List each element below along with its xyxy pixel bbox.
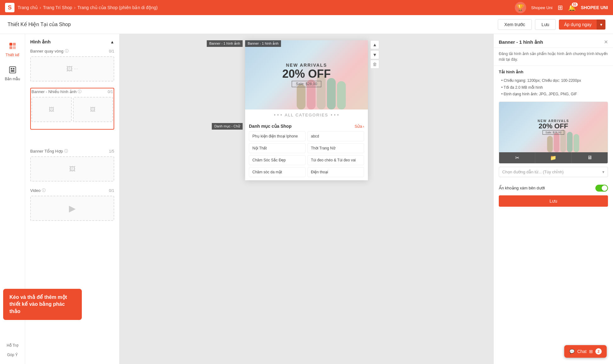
canvas-container: Banner - 1 hình ảnh NEW ARRIVALS 20% OFF… — [245, 40, 368, 180]
capsule-5 — [337, 81, 346, 109]
save-button[interactable]: Lưu — [535, 19, 556, 30]
rp-toggle-row: Ẩn khoảng xám bên dưới — [494, 182, 613, 195]
cat-grid: Phụ kiện điện thoại Iphone abcd Nội Thất… — [249, 131, 364, 177]
rp-toggle-label: Ẩn khoảng xám bên dưới — [499, 186, 545, 190]
shopee-logo[interactable]: S — [5, 3, 14, 12]
info-icon-2[interactable]: ⓘ — [78, 89, 82, 94]
panel-collapse-icon[interactable]: ▲ — [110, 40, 114, 44]
banner-nhieu-label: Banner - Nhiều hình ảnh ⓘ — [31, 89, 82, 94]
video-placeholder: ▶ — [30, 196, 114, 221]
canvas-scroll: Banner - 1 hình ảnh NEW ARRIVALS 20% OFF… — [120, 40, 493, 358]
rip-tool-cut[interactable]: ✂ — [499, 152, 535, 163]
delete-button[interactable]: 🗑 — [370, 60, 379, 69]
section-left-labels: Banner - 1 hình ảnh Danh mục - Chữ — [207, 40, 243, 130]
breadcrumb-home[interactable]: Trang chủ — [18, 5, 38, 10]
banner-1-image: NEW ARRIVALS 20% OFF Sale: $28,00 — [245, 40, 368, 109]
rp-title: Banner - 1 hình ảnh — [499, 39, 543, 45]
section-label-banner: Banner - 1 hình ảnh — [207, 40, 243, 47]
svg-rect-6 — [13, 68, 14, 70]
logo-s-letter: S — [8, 4, 12, 11]
rp-url-select[interactable]: Chọn đường dẫn từ... (Tùy chỉnh) ▾ — [499, 167, 608, 177]
apply-split-button: Áp dụng ngay ▾ — [559, 20, 605, 30]
sidebar-item-label-thiet-ke: Thiết kế — [6, 53, 19, 57]
sidebar-bottom: Hỗ Trợ Góp Ý — [5, 341, 20, 359]
banner-half-1: 🖼 — [31, 97, 72, 122]
info-icon-3[interactable]: ⓘ — [64, 148, 68, 154]
rip-tool-upload[interactable]: 📁 — [535, 152, 571, 163]
svg-rect-5 — [11, 68, 12, 70]
rp-upload-section: Tải hình ảnh Chiều ngang: 1200px; Chiều … — [494, 65, 613, 102]
svg-rect-3 — [13, 46, 16, 49]
chat-button[interactable]: 💬 Chat ⊞ 2 — [564, 345, 607, 358]
bell-badge: 55 — [571, 2, 578, 7]
preview-button[interactable]: Xem trước — [498, 19, 532, 30]
bell-icon[interactable]: 🔔 55 — [568, 4, 576, 11]
rp-header: Banner - 1 hình ảnh ✕ — [494, 34, 613, 48]
banner-tong-hop-label: Banner Tổng Hợp ⓘ — [30, 148, 68, 154]
placeholder-icon-half-2: 🖼 — [90, 106, 96, 113]
move-up-button[interactable]: ▲ — [370, 40, 379, 49]
banner-1-container[interactable]: Banner - 1 hình ảnh NEW ARRIVALS 20% OFF… — [245, 40, 368, 109]
breadcrumb: Trang chủ › Trang Trí Shop › Trang chủ c… — [18, 5, 515, 10]
canvas-section-tags: ▲ ▼ 🗑 — [370, 40, 379, 69]
shopee-uni-label: Shopee Uni — [531, 5, 553, 10]
drag-tooltip-text: Kéo và thả để thêm một thiết kế vào bảng… — [25, 294, 67, 314]
svg-rect-4 — [9, 67, 16, 73]
banner-new-arrivals: NEW ARRIVALS — [282, 63, 331, 68]
nav-right: 🏆 Shopee Uni ⊞ 🔔 55 SHOPEE UNI — [515, 2, 608, 13]
svg-rect-0 — [9, 43, 12, 46]
panel-section-banner-quay-vong: Banner quay vòng ⓘ 0/1 🖼 ··· — [30, 48, 114, 81]
panel-card-banner-nhieu[interactable]: Banner - Nhiều hình ảnh ⓘ 0/1 🖼 🖼 — [30, 88, 114, 130]
banner-quay-vong-count: 0/1 — [109, 49, 114, 53]
rp-specs-list: Chiều ngang: 1200px; Chiều dọc: 100-2200… — [499, 77, 608, 98]
banner-nhieu-count: 0/1 — [108, 90, 113, 94]
sidebar-gop-y[interactable]: Góp Ý — [5, 351, 20, 359]
shop-categories: Danh mục của Shop Sửa › Phụ kiện điện th… — [245, 120, 368, 180]
banner-quay-vong-placeholder: 🖼 ··· — [30, 56, 114, 81]
cat-cell-3-col1: Chăm sóc da mặt — [249, 167, 306, 177]
sidebar-item-label-ban-mau: Bản mẫu — [5, 77, 20, 81]
sidebar-item-thiet-ke[interactable]: Thiết kế — [1, 39, 24, 60]
rip-image: NEW ARRIVALS 20% OFF Sale: $28,00 — [499, 102, 608, 152]
user-name[interactable]: SHOPEE UNI — [581, 5, 608, 10]
sidebar-item-ban-mau[interactable]: Bản mẫu — [1, 63, 24, 84]
rp-url-chevron: ▾ — [602, 170, 605, 174]
rip-capsule-5 — [573, 134, 579, 152]
grid-icon[interactable]: ⊞ — [558, 4, 563, 11]
chat-count-badge: 2 — [595, 348, 602, 355]
rp-spec-0: Chiều ngang: 1200px; Chiều dọc: 100-2200… — [499, 77, 608, 84]
chat-message-icon: 💬 — [569, 349, 575, 354]
move-down-button[interactable]: ▼ — [370, 50, 379, 59]
apply-dropdown-button[interactable]: ▾ — [597, 20, 605, 30]
rip-capsule-2 — [554, 133, 559, 152]
sc-edit-button[interactable]: Sửa › — [355, 124, 364, 129]
banner-tong-hop-placeholder: 🖼 — [30, 156, 114, 182]
apply-button[interactable]: Áp dụng ngay — [559, 20, 597, 30]
video-play-icon: ▶ — [69, 203, 76, 214]
cats-dots-right: • • • — [331, 113, 339, 117]
placeholder-icon-half-1: 🖼 — [49, 106, 54, 113]
panel-section-banner-tong-hop: Banner Tổng Hợp ⓘ 1/5 🖼 — [30, 148, 114, 182]
cat-cell-1-col2: Thời Trang Nữ — [307, 143, 364, 153]
rp-save-button[interactable]: Lưu — [499, 195, 608, 207]
rp-spec-2: Định dạng hình ảnh: JPG, JPEG, PNG, GIF — [499, 91, 608, 98]
rip-tool-monitor[interactable]: 🖥 — [572, 152, 608, 163]
svg-rect-2 — [9, 46, 12, 49]
banner-nhieu-title: Banner - Nhiều hình ảnh ⓘ 0/1 — [31, 89, 113, 94]
breadcrumb-sep2: › — [74, 5, 76, 10]
rp-image-preview: NEW ARRIVALS 20% OFF Sale: $28,00 ✂ 📁 🖥 — [499, 102, 608, 164]
phone-frame: Banner - 1 hình ảnh NEW ARRIVALS 20% OFF… — [245, 40, 368, 180]
component-panel: Hình ảnh ▲ Banner quay vòng ⓘ 0/1 🖼 ··· — [25, 34, 120, 364]
sc-edit-text: Sửa — [355, 124, 362, 129]
info-icon-1[interactable]: ⓘ — [65, 48, 69, 54]
breadcrumb-trang-tri[interactable]: Trang Trí Shop — [43, 5, 72, 10]
info-icon-4[interactable]: ⓘ — [42, 188, 46, 193]
sidebar-ho-tro[interactable]: Hỗ Trợ — [5, 341, 20, 350]
all-categories-bar: • • • ALL CATEGORIES • • • — [245, 109, 368, 120]
rp-toggle-switch[interactable] — [595, 185, 608, 192]
rp-close-button[interactable]: ✕ — [604, 39, 608, 45]
banner-quay-vong-label: Banner quay vòng ⓘ — [30, 48, 69, 54]
banner-tong-hop-count: 1/5 — [109, 149, 114, 154]
rp-upload-title: Tải hình ảnh — [499, 70, 608, 74]
drag-tooltip: Kéo và thả để thêm một thiết kế vào bảng… — [25, 289, 82, 320]
